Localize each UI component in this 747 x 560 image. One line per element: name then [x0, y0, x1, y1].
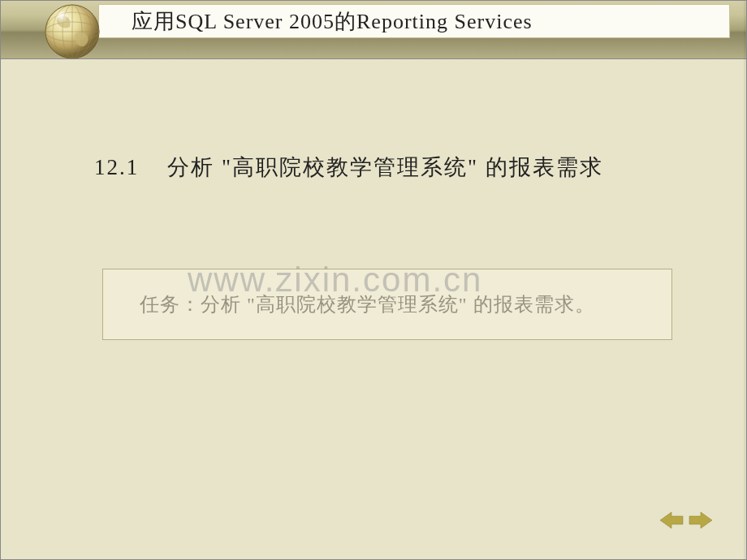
- slide-container: 应用SQL Server 2005的Reporting Services: [0, 0, 747, 560]
- arrow-right-icon: [688, 510, 712, 530]
- title-strip: 应用SQL Server 2005的Reporting Services: [98, 4, 730, 38]
- globe-icon: [43, 2, 101, 61]
- section-heading: 12.1 分析 "高职院校教学管理系统" 的报表需求: [94, 153, 603, 182]
- task-box: 任务：分析 "高职院校教学管理系统" 的报表需求。: [102, 269, 672, 340]
- prev-button[interactable]: [660, 510, 684, 530]
- next-button[interactable]: [688, 510, 712, 530]
- arrow-left-icon: [660, 510, 684, 530]
- scrollbar[interactable]: [744, 1, 746, 559]
- svg-point-7: [54, 11, 77, 33]
- task-text: 任务：分析 "高职院校教学管理系统" 的报表需求。: [140, 291, 595, 317]
- content-area: 12.1 分析 "高职院校教学管理系统" 的报表需求 www.zixin.com…: [1, 59, 746, 559]
- nav-arrows: [660, 510, 712, 530]
- section-number: 12.1: [94, 155, 139, 179]
- header-bar: 应用SQL Server 2005的Reporting Services: [1, 1, 746, 59]
- section-title: 分析 "高职院校教学管理系统" 的报表需求: [167, 155, 603, 179]
- slide-title: 应用SQL Server 2005的Reporting Services: [132, 7, 533, 36]
